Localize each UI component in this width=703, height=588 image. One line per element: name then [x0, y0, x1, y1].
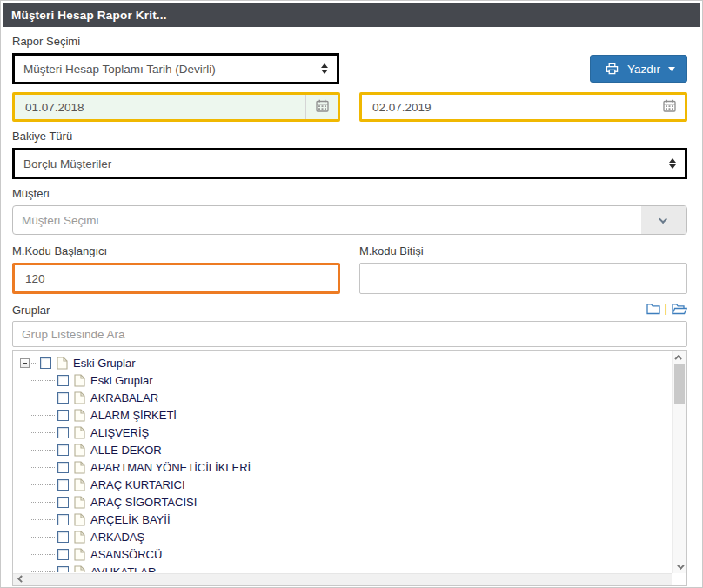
report-select[interactable]: Müşteri Hesap Toplamı Tarih (Devirli) — [12, 53, 339, 84]
scroll-left-arrow[interactable] — [17, 575, 24, 582]
select-updown-icon — [669, 158, 676, 169]
code-end-label: M.kodu Bitişi — [359, 244, 687, 257]
file-icon — [74, 461, 85, 474]
tree-vertical-scrollbar[interactable] — [672, 351, 686, 573]
tree-connector — [30, 519, 55, 520]
tree-item-label[interactable]: ARAÇ KURTARICI — [88, 478, 188, 491]
select-updown-icon — [321, 63, 328, 74]
scroll-up-arrow[interactable] — [673, 351, 686, 364]
group-search-input[interactable] — [12, 321, 687, 347]
tree-item-checkbox[interactable] — [57, 444, 69, 456]
tree-connector — [30, 571, 55, 572]
tree-item-row: ASANSÖRCÜ — [30, 545, 671, 563]
start-date-calendar-button[interactable] — [306, 95, 338, 119]
tree-connector — [30, 537, 55, 538]
file-icon — [74, 565, 85, 573]
tree-item-checkbox[interactable] — [57, 479, 69, 491]
chevron-down-icon — [659, 215, 667, 224]
file-icon — [74, 548, 85, 561]
tree-item-checkbox[interactable] — [57, 427, 69, 438]
report-select-value: Müşteri Hesap Toplamı Tarih (Devirli) — [23, 63, 216, 76]
report-row: Müşteri Hesap Toplamı Tarih (Devirli) Ya… — [12, 53, 687, 84]
code-end-input[interactable] — [359, 263, 687, 294]
tree-item-label[interactable]: Eski Gruplar — [88, 374, 156, 387]
file-icon — [74, 409, 85, 422]
customer-code-row: M.Kodu Başlangıcı M.kodu Bitişi — [12, 237, 687, 294]
collapse-minus-icon[interactable] — [20, 358, 30, 368]
file-icon — [74, 374, 85, 387]
tree-item-checkbox[interactable] — [57, 375, 69, 386]
balance-type-select-value: Borçlu Müşteriler — [23, 157, 111, 170]
tree-item-checkbox[interactable] — [57, 462, 69, 473]
tree-item-label[interactable]: ALIŞVERİŞ — [88, 426, 151, 439]
start-date-input[interactable] — [15, 101, 305, 114]
customer-select-dropdown-button[interactable] — [641, 206, 686, 234]
tree-horizontal-scrollbar[interactable] — [13, 573, 672, 585]
folder-open-icon[interactable] — [672, 303, 687, 315]
tree-item-checkbox[interactable] — [57, 531, 69, 543]
end-date-input[interactable] — [362, 101, 653, 114]
tree-connector — [30, 484, 55, 485]
groups-label: Gruplar — [12, 304, 50, 317]
print-button[interactable]: Yazdır — [590, 55, 687, 83]
tree-root-row: Eski Gruplar — [20, 354, 671, 371]
tree-connector — [30, 398, 55, 398]
customer-select-placeholder: Müşteri Seçimi — [13, 206, 641, 234]
file-icon — [74, 426, 85, 439]
tree-item-row: APARTMAN YÖNETİCİLİKLERİ — [30, 458, 671, 476]
tree-item-label[interactable]: ASANSÖRCÜ — [88, 548, 164, 561]
code-start-label: M.Kodu Başlangıcı — [12, 244, 340, 257]
tree-item-checkbox[interactable] — [57, 392, 69, 404]
tree-item-label[interactable]: APARTMAN YÖNETİCİLİKLERİ — [88, 461, 253, 474]
tree-item-label[interactable]: ALLE DEKOR — [88, 444, 164, 457]
icon-separator: | — [665, 302, 667, 315]
tree-item-label[interactable]: ALARM ŞİRKETİ — [88, 409, 179, 422]
folder-closed-icon[interactable] — [646, 303, 660, 315]
tree-item-checkbox[interactable] — [57, 514, 69, 525]
file-icon — [57, 357, 68, 370]
tree-item-label[interactable]: ARKADAŞ — [88, 531, 147, 544]
tree-item-checkbox[interactable] — [57, 566, 69, 573]
end-date-calendar-button[interactable] — [653, 95, 685, 119]
tree-root-checkbox[interactable] — [40, 357, 51, 369]
start-date-field — [12, 92, 340, 122]
code-start-input[interactable] — [12, 263, 340, 294]
end-date-field — [359, 92, 687, 122]
tree-item-label[interactable]: Eski Gruplar — [70, 357, 138, 370]
tree-item-row: AKRABALAR — [30, 389, 671, 406]
tree-item-checkbox[interactable] — [57, 410, 69, 421]
tree-item-label[interactable]: AVUKATLAR — [88, 565, 158, 573]
tree-item-row: ALLE DEKOR — [30, 441, 671, 458]
balance-type-select[interactable]: Borçlu Müşteriler — [12, 148, 687, 179]
balance-type-label: Bakiye Türü — [12, 130, 687, 143]
group-tree: Eski Gruplar Eski Gruplar AKRABALAR — [20, 354, 671, 572]
scroll-down-arrow[interactable] — [673, 560, 686, 573]
customer-select[interactable]: Müşteri Seçimi — [12, 205, 687, 235]
groups-header: Gruplar | — [12, 302, 687, 317]
tree-connector — [30, 450, 55, 451]
tree-connector — [30, 554, 55, 555]
file-icon — [74, 391, 85, 404]
calendar-icon — [316, 99, 329, 116]
tree-connector — [30, 380, 55, 381]
print-button-label: Yazdır — [627, 63, 660, 76]
date-range-row — [12, 92, 687, 122]
tree-item-row: ARAÇ KURTARICI — [30, 476, 671, 493]
printer-icon — [606, 63, 619, 75]
tree-item-row: ARÇELİK BAYİİ — [30, 511, 671, 528]
tree-item-row: ARKADAŞ — [30, 528, 671, 545]
scrollbar-thumb[interactable] — [674, 364, 685, 404]
tree-item-label[interactable]: AKRABALAR — [88, 391, 161, 404]
tree-item-label[interactable]: ARÇELİK BAYİİ — [88, 513, 173, 526]
tree-connector — [30, 502, 55, 503]
customer-label: Müşteri — [12, 187, 687, 200]
file-icon — [74, 444, 85, 457]
tree-item-checkbox[interactable] — [57, 497, 69, 508]
tree-item-checkbox[interactable] — [57, 549, 69, 560]
caret-down-icon — [668, 67, 675, 71]
window-titlebar[interactable]: Müşteri Hesap Rapor Krit... — [3, 3, 700, 27]
report-criteria-window: Müşteri Hesap Rapor Krit... Rapor Seçimi… — [0, 0, 703, 588]
file-icon — [74, 496, 85, 509]
tree-connector — [30, 415, 55, 416]
tree-item-label[interactable]: ARAÇ SİGORTACISI — [88, 496, 199, 509]
